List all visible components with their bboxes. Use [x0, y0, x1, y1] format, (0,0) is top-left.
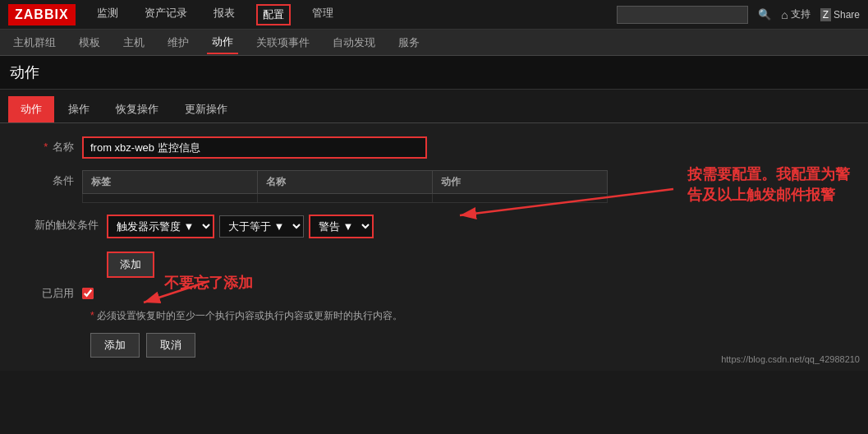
page-title: 动作 [0, 56, 868, 90]
trigger-select-severity[interactable]: 触发器示警度 ▼ [107, 215, 214, 238]
nav-config[interactable]: 配置 [256, 4, 291, 25]
submit-add-button[interactable]: 添加 [90, 333, 140, 358]
annotation1: 按需要配置。我配置为警告及以上触发邮件报警 [687, 164, 852, 205]
conditions-area: 标签 名称 动作 [82, 170, 608, 203]
annotation2: 不要忘了添加 [164, 273, 287, 293]
annotation2-text: 不要忘了添加 [164, 273, 287, 293]
nav-monitor[interactable]: 监测 [92, 4, 123, 25]
subnav-template[interactable]: 模板 [74, 32, 105, 53]
cancel-button[interactable]: 取消 [146, 333, 195, 358]
warning-star: * [90, 310, 94, 321]
enabled-checkbox[interactable] [82, 288, 94, 299]
nav-reports[interactable]: 报表 [209, 4, 240, 25]
col-action: 动作 [433, 171, 608, 194]
trigger-select-value[interactable]: 警告 ▼ [309, 215, 374, 238]
support-button[interactable]: ⌂ 支持 [781, 7, 810, 21]
tab-bar: 动作 操作 恢复操作 更新操作 [0, 90, 868, 123]
col-name: 名称 [258, 171, 433, 194]
trigger-select-operator[interactable]: 大于等于 ▼ [219, 215, 304, 238]
enabled-label: 已启用 [16, 286, 82, 301]
add-trigger-button[interactable]: 添加 [107, 252, 154, 278]
url-text: https://blog.csdn.net/qq_42988210 [721, 354, 860, 364]
subnav-actions[interactable]: 动作 [207, 31, 238, 54]
name-required-star: * [44, 141, 48, 153]
name-row: * 名称 [16, 136, 852, 159]
subnav-host[interactable]: 主机 [118, 32, 149, 53]
nav-assets[interactable]: 资产记录 [140, 4, 192, 25]
subnav-services[interactable]: 服务 [393, 32, 425, 53]
github-icon: ⌂ [781, 8, 788, 21]
top-nav-right: 🔍 ⌂ 支持 Z Share [617, 6, 860, 24]
name-label: * 名称 [16, 136, 82, 155]
tab-operations[interactable]: 操作 [56, 96, 102, 122]
table-row [83, 194, 608, 203]
annotation1-text: 按需要配置。我配置为警告及以上触发邮件报警 [687, 164, 852, 205]
trigger-controls: 触发器示警度 ▼ 大于等于 ▼ 警告 ▼ [107, 215, 374, 238]
main-content: * 名称 条件 标签 名称 动作 [0, 123, 868, 371]
name-input[interactable] [82, 136, 427, 159]
tab-update[interactable]: 更新操作 [172, 96, 240, 122]
col-tag: 标签 [83, 171, 258, 194]
trigger-row: 新的触发条件 触发器示警度 ▼ 大于等于 ▼ 警告 ▼ [16, 215, 852, 238]
nav-manage[interactable]: 管理 [307, 4, 338, 25]
share-icon: Z [820, 8, 831, 21]
top-nav: ZABBIX 监测 资产记录 报表 配置 管理 🔍 ⌂ 支持 Z Share [0, 0, 868, 30]
subnav-discovery[interactable]: 自动发现 [328, 32, 380, 53]
tab-actions[interactable]: 动作 [8, 96, 54, 122]
tab-recovery[interactable]: 恢复操作 [103, 96, 171, 122]
condition-label: 条件 [16, 170, 82, 188]
subnav-hostgroup[interactable]: 主机群组 [8, 32, 61, 53]
trigger-label: 新的触发条件 [16, 215, 107, 233]
logo: ZABBIX [8, 4, 76, 25]
share-button[interactable]: Z Share [820, 8, 860, 21]
subnav-maintenance[interactable]: 维护 [163, 32, 194, 53]
conditions-table: 标签 名称 动作 [82, 170, 608, 203]
enabled-row: 已启用 [16, 286, 852, 301]
search-input[interactable] [617, 6, 748, 24]
search-icon[interactable]: 🔍 [758, 8, 771, 21]
warning-text: * 必须设置恢复时的至少一个执行内容或执行内容或更新时的执行内容。 [90, 309, 852, 323]
sub-nav: 主机群组 模板 主机 维护 动作 关联项事件 自动发现 服务 [0, 30, 868, 56]
subnav-event-corr[interactable]: 关联项事件 [251, 32, 315, 53]
top-nav-items: 监测 资产记录 报表 配置 管理 [92, 4, 618, 25]
